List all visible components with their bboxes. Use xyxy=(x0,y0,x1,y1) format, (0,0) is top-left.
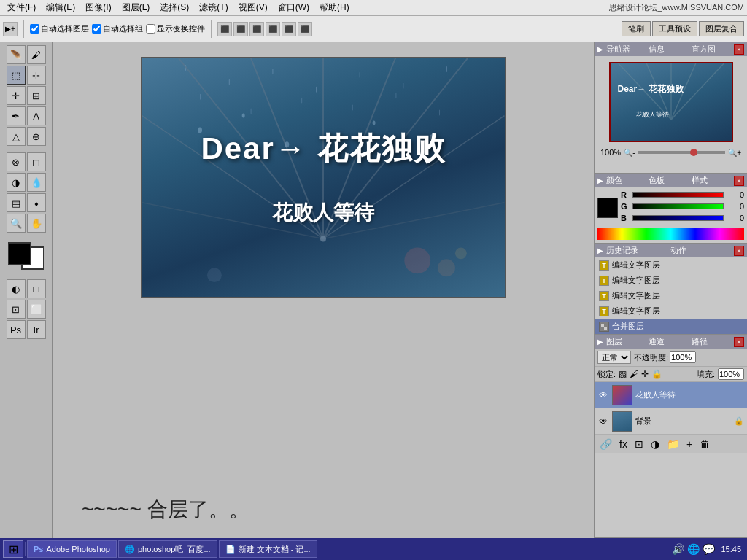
tray-icon-2[interactable]: 🌐 xyxy=(687,543,700,555)
show-transform-input[interactable] xyxy=(146,24,155,34)
pen-tool[interactable]: ✒ xyxy=(7,106,26,125)
toolbar-align-3[interactable]: ⬛ xyxy=(249,22,264,36)
zoom-tool[interactable]: 🔍 xyxy=(7,214,26,233)
jump-app[interactable]: Ps xyxy=(7,320,26,339)
taskbar-item-browser[interactable]: 🌐 photoshop吧_百度... xyxy=(118,540,217,558)
dodge-tool[interactable]: ◑ xyxy=(7,173,26,192)
navigator-expand-icon[interactable]: ▶ xyxy=(597,45,603,53)
auto-select-group-check[interactable]: 自动选择组 xyxy=(92,23,143,34)
menu-filter[interactable]: 滤镜(T) xyxy=(195,0,232,15)
opacity-input[interactable] xyxy=(670,351,696,363)
color-slider-g[interactable] xyxy=(632,203,724,209)
standard-mode[interactable]: □ xyxy=(27,279,46,298)
fill-input[interactable] xyxy=(718,368,744,380)
mask-tool[interactable]: ◐ xyxy=(7,279,26,298)
toolbar-align-2[interactable]: ⬛ xyxy=(233,22,248,36)
layer-link-btn[interactable]: 🔗 xyxy=(597,438,614,450)
layers-tab3[interactable]: 路径 xyxy=(692,336,734,347)
blend-mode-select[interactable]: 正常 xyxy=(597,351,631,364)
jump-ir[interactable]: Ir xyxy=(27,320,46,339)
start-button[interactable]: ⊞ xyxy=(3,540,23,558)
color-slider-r[interactable] xyxy=(632,192,724,198)
shape-tool[interactable]: △ xyxy=(7,127,26,146)
tray-icon-3[interactable]: 💬 xyxy=(703,543,715,555)
zoom-handle[interactable] xyxy=(690,149,697,156)
color-slider-b[interactable] xyxy=(632,215,724,221)
history-tab2[interactable]: 动作 xyxy=(670,245,735,256)
layer-comp-btn[interactable]: 图层复合 xyxy=(699,21,744,36)
layer-fx-btn[interactable]: fx xyxy=(617,438,630,450)
crop-tool[interactable]: ⊞ xyxy=(27,86,46,105)
menu-select[interactable]: 选择(S) xyxy=(155,0,193,15)
layer-item-1[interactable]: 👁 花败人等待 xyxy=(595,382,747,408)
color-close-icon[interactable]: × xyxy=(734,176,744,186)
zoom-slider[interactable] xyxy=(638,151,725,154)
move-tool[interactable]: ✛ xyxy=(7,86,26,105)
paint-bucket[interactable]: ⬧ xyxy=(27,193,46,212)
toolbar-align-1[interactable]: ⬛ xyxy=(217,22,232,36)
layer-adjustment-btn[interactable]: ◑ xyxy=(649,438,662,450)
lasso-tool[interactable]: ⊹ xyxy=(27,66,46,85)
tray-icon-1[interactable]: 🔊 xyxy=(672,543,684,555)
hand-tool[interactable]: ✋ xyxy=(27,214,46,233)
layers-expand-icon[interactable]: ▶ xyxy=(597,338,603,346)
feather-tool[interactable]: 🪶 xyxy=(7,45,26,64)
canvas-scroll[interactable]: Dear→ 花花独败 花败人等待 xyxy=(53,42,594,481)
layer-new-btn[interactable]: + xyxy=(684,438,694,450)
menu-view[interactable]: 视图(V) xyxy=(234,0,272,15)
tool-preset-btn[interactable]: 工具预设 xyxy=(652,21,697,36)
history-item-4[interactable]: T 编辑文字图层 xyxy=(595,303,747,319)
blur-tool[interactable]: 💧 xyxy=(27,173,46,192)
history-item-3[interactable]: T 编辑文字图层 xyxy=(595,288,747,303)
toolbar-align-5[interactable]: ⬛ xyxy=(282,22,296,36)
navigator-tab3[interactable]: 直方图 xyxy=(692,44,734,55)
color-spectrum[interactable] xyxy=(597,228,744,240)
toolbar-align-6[interactable]: ⬛ xyxy=(298,22,312,36)
lock-all-icon[interactable]: 🔒 xyxy=(651,369,662,379)
layer-delete-btn[interactable]: 🗑 xyxy=(697,438,712,450)
lock-transparency-icon[interactable]: ▨ xyxy=(619,369,627,379)
history-close-icon[interactable]: × xyxy=(734,246,744,256)
menu-window[interactable]: 窗口(W) xyxy=(274,0,314,15)
toolbar-align-4[interactable]: ⬛ xyxy=(266,22,280,36)
color-tab2[interactable]: 色板 xyxy=(649,175,691,186)
color-swatch[interactable] xyxy=(597,198,618,218)
auto-select-layer-input[interactable] xyxy=(30,24,39,34)
menu-help[interactable]: 帮助(H) xyxy=(315,0,354,15)
history-item-1[interactable]: T 编辑文字图层 xyxy=(595,257,747,273)
history-item-5[interactable]: 合并图层 xyxy=(595,319,747,334)
heal-tool[interactable]: ⊗ xyxy=(7,152,26,171)
layers-tab2[interactable]: 通道 xyxy=(649,336,691,347)
layer-mask-btn[interactable]: ⊡ xyxy=(632,438,646,450)
layer-folder-btn[interactable]: 📁 xyxy=(665,438,681,450)
auto-select-layer-check[interactable]: 自动选择图层 xyxy=(30,23,89,34)
color-title[interactable]: 颜色 xyxy=(606,175,649,186)
screen-mode[interactable]: ⊡ xyxy=(7,300,26,319)
zoom-in-icon[interactable]: 🔍+ xyxy=(728,149,741,157)
layers-close-icon[interactable]: × xyxy=(734,337,744,347)
lock-move-icon[interactable]: ✛ xyxy=(641,369,649,379)
full-screen[interactable]: ⬜ xyxy=(27,300,46,319)
history-title[interactable]: 历史记录 xyxy=(606,245,670,256)
foreground-color[interactable] xyxy=(8,242,31,265)
menu-image[interactable]: 图像(I) xyxy=(81,0,115,15)
layer-item-2[interactable]: 👁 背景 🔒 xyxy=(595,408,747,435)
navigator-tab2[interactable]: 信息 xyxy=(649,44,691,55)
taskbar-item-notepad[interactable]: 📄 新建 文本文档 - 记... xyxy=(219,540,317,558)
selection-tool[interactable]: ⬚ xyxy=(7,66,26,85)
menu-layer[interactable]: 图层(L) xyxy=(117,0,155,15)
menu-edit[interactable]: 编辑(E) xyxy=(42,0,80,15)
color-expand-icon[interactable]: ▶ xyxy=(597,176,603,184)
type-tool[interactable]: A xyxy=(27,106,46,125)
taskbar-item-photoshop[interactable]: Ps Adobe Photoshop xyxy=(27,540,117,558)
layer-vis-1[interactable]: 👁 xyxy=(597,389,609,401)
color-tab3[interactable]: 样式 xyxy=(692,175,734,186)
eraser-tool[interactable]: ◻ xyxy=(27,152,46,171)
brush-preset-btn[interactable]: 笔刷 xyxy=(622,21,651,36)
menu-file[interactable]: 文件(F) xyxy=(3,0,40,15)
lock-paint-icon[interactable]: 🖌 xyxy=(630,369,638,379)
brush-tool[interactable]: 🖌 xyxy=(27,45,46,64)
history-expand-icon[interactable]: ▶ xyxy=(597,246,603,254)
move-tool-icon[interactable]: ▶+ xyxy=(3,22,18,36)
history-item-2[interactable]: T 编辑文字图层 xyxy=(595,273,747,288)
